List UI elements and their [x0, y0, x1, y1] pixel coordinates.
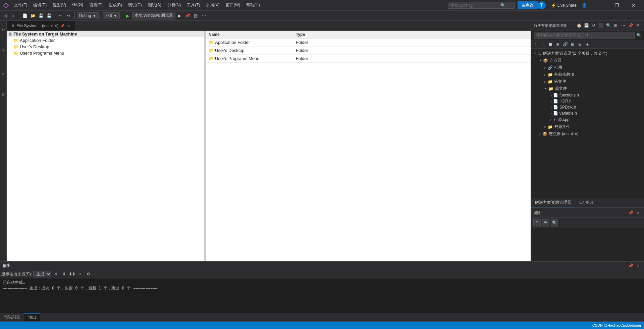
sol-toolbar-btn-3[interactable]: ◼ [547, 41, 554, 48]
menu-edit[interactable]: 编辑(E) [31, 1, 49, 9]
tree-item-desktop[interactable]: 📁 User's Desktop [7, 44, 204, 50]
close-button[interactable]: ✕ [626, 0, 641, 11]
forward-button[interactable]: ▷ [9, 12, 17, 19]
tab-filesystem[interactable]: 🖥 File System... (installer) 📌 ✕ [7, 21, 75, 30]
title-search[interactable]: 🔍 [448, 2, 515, 9]
menu-help[interactable]: 帮助(H) [244, 1, 263, 9]
output-tool-1[interactable]: ⬆ [53, 271, 59, 277]
sol-toolbar-btn-5[interactable]: 🔗 [562, 41, 569, 48]
tab-solution-explorer[interactable]: 解决方案资源管理器 [531, 198, 575, 207]
tab-close-button[interactable]: ✕ [66, 23, 71, 28]
sol-home-button[interactable]: 🏠 [576, 22, 582, 29]
menu-git[interactable]: Git(G) [69, 1, 86, 9]
menu-analyze[interactable]: 分析(N) [165, 1, 184, 9]
sol-file-variable[interactable]: ▷ 📄 variable.h [531, 110, 644, 116]
menu-view[interactable]: 视图(V) [50, 1, 69, 9]
back-button[interactable]: ◁ [1, 12, 9, 19]
save-button[interactable]: 💾 [37, 12, 45, 19]
output-tool-5[interactable]: ⚙ [85, 271, 92, 277]
sol-stop-button[interactable]: ⬛ [598, 22, 604, 29]
output-tool-3[interactable]: ⬇⬇ [69, 271, 75, 277]
folder-icon-2: 📁 [13, 45, 18, 49]
sol-project-1[interactable]: ▼ 📦 连点器 [531, 57, 644, 64]
sol-ext-deps-folder[interactable]: ▷ 📁 外部依赖项 [531, 71, 644, 78]
sol-toolbar-btn-6[interactable]: ⊞ [569, 41, 576, 48]
tree-root[interactable]: 🖥 File System on Target Machine [7, 31, 204, 37]
redo-button[interactable]: ↪ [65, 12, 72, 19]
detail-row-3[interactable]: 📁 User's Programs Menu Folder [206, 55, 531, 63]
detail-row-1[interactable]: 📁 Application Folder Folder [206, 39, 531, 47]
tree-item-programs[interactable]: 📁 User's Programs Menu [7, 50, 204, 56]
maximize-button[interactable]: ❐ [609, 0, 625, 11]
sol-toolbar-btn-8[interactable]: ◈ [584, 41, 591, 48]
tab-error-list[interactable]: 错误列表 [0, 313, 24, 321]
pin-button[interactable]: 📌 [184, 12, 192, 19]
output-source-select[interactable]: 生成 [33, 271, 51, 277]
undo-button[interactable]: ↩ [57, 12, 64, 19]
sol-file-hdr[interactable]: ▷ 📄 HDR.h [531, 98, 644, 104]
menu-test[interactable]: 测试(S) [145, 1, 164, 9]
menu-project[interactable]: 项目(P) [87, 1, 105, 9]
detail-row-2[interactable]: 📁 User's Desktop Folder [206, 47, 531, 55]
props-search-button[interactable]: 🔍 [551, 219, 558, 226]
menu-debug[interactable]: 调试(D) [125, 1, 145, 9]
sol-headers-folder[interactable]: ▷ 📁 头文件 [531, 78, 644, 85]
run-config-dropdown[interactable]: 本地 Windows 调试器 [132, 12, 175, 19]
sol-toolbar-btn-2[interactable]: ↓ [540, 41, 546, 48]
sol-project-2[interactable]: ▷ 📦 连点器 (installer) [531, 130, 644, 137]
sol-file-functions[interactable]: ▷ 📄 functions.h [531, 92, 644, 98]
sol-grid-button[interactable]: ⊞ [612, 22, 619, 29]
run-button[interactable]: ▶ [124, 12, 131, 19]
tree-item-appfolder[interactable]: 📁 Application Folder [7, 37, 204, 44]
connect-button[interactable]: 连点器 [518, 1, 538, 9]
sidebar-tab-1[interactable]: 서 [0, 22, 6, 42]
solution-search-input[interactable] [534, 32, 635, 39]
sidebar-tab-2[interactable]: ⓘ [0, 43, 6, 63]
detail-row-2-label: User's Desktop [215, 48, 245, 53]
run-attach-button[interactable]: ▶ [176, 12, 183, 19]
output-tool-4[interactable]: ≡ [77, 271, 84, 277]
sol-panel-tabs: 解决方案资源管理器 Git 更改 [531, 198, 644, 208]
platform-dropdown[interactable]: x86 ▼ [103, 12, 119, 19]
sol-file-cpp[interactable]: ▷ ✦ 源.cpp [531, 116, 644, 123]
sol-ref-folder[interactable]: ▷ 🔗 引用 [531, 64, 644, 71]
sol-toolbar-btn-1[interactable]: ↑ [532, 41, 539, 48]
sol-refresh-button[interactable]: ↺ [590, 22, 597, 29]
sol-toolbar-btn-7[interactable]: ⊟ [577, 41, 583, 48]
sidebar-tab-4[interactable]: ☰ [0, 84, 6, 105]
menu-window[interactable]: 窗口(W) [223, 1, 243, 9]
sol-sources-folder[interactable]: ▼ 📁 源文件 [531, 85, 644, 92]
menu-tools[interactable]: 工具(T) [184, 1, 203, 9]
sol-file-spdclk[interactable]: ▷ 📄 SPDclk.h [531, 104, 644, 110]
sol-more-button[interactable]: ⋯ [620, 22, 627, 29]
sol-save-button[interactable]: 💾 [583, 22, 590, 29]
layout-button[interactable]: ▤ [192, 12, 200, 19]
output-tool-2[interactable]: ⬇ [61, 271, 67, 277]
sol-pin-button[interactable]: 📌 [627, 22, 634, 29]
title-search-input[interactable] [450, 3, 500, 8]
props-pin-button[interactable]: 📌 [627, 209, 634, 216]
output-close-button[interactable]: ✕ [635, 262, 641, 269]
save-all-button[interactable]: 💾 [45, 12, 53, 19]
sol-toolbar-btn-4[interactable]: ⊕ [554, 41, 561, 48]
sol-root[interactable]: ▼ 🗂 解决方案'连点器'(2 个项目，共 2 个) [531, 50, 644, 57]
props-close-button[interactable]: ✕ [635, 209, 641, 216]
more-button[interactable]: ⋯ [200, 12, 208, 19]
new-item-button[interactable]: 📄 [21, 12, 29, 19]
tab-git-changes[interactable]: Git 更改 [575, 198, 598, 207]
props-list-button[interactable]: ☰ [542, 219, 549, 226]
sidebar-tab-3[interactable]: ⚙ [0, 64, 6, 84]
menu-extensions[interactable]: 扩展(X) [204, 1, 222, 9]
sol-search-button[interactable]: 🔍 [605, 22, 612, 29]
live-share-button[interactable]: ⚡ Live Share [548, 2, 579, 9]
open-button[interactable]: 📂 [29, 12, 37, 19]
props-grid-button[interactable]: ⊞ [533, 219, 541, 226]
sol-resources-folder[interactable]: ▷ 📁 资源文件 [531, 123, 644, 130]
debug-config-dropdown[interactable]: Debug ▼ [77, 12, 99, 19]
tab-output[interactable]: 输出 [24, 313, 40, 321]
menu-build[interactable]: 生成(B) [106, 1, 125, 9]
menu-file[interactable]: 文件(F) [11, 1, 30, 9]
minimize-button[interactable]: — [592, 0, 608, 11]
output-pin-button[interactable]: 📌 [627, 262, 634, 269]
sol-close-button[interactable]: ✕ [635, 22, 641, 29]
